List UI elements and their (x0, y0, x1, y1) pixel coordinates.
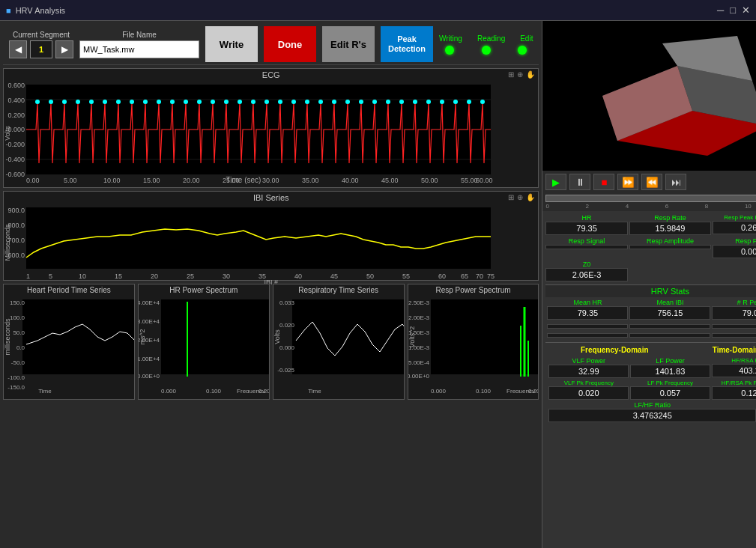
svg-text:Volts: Volts (273, 329, 281, 344)
svg-text:35.00: 35.00 (302, 177, 319, 184)
svg-text:45.00: 45.00 (381, 177, 399, 184)
ibi-grid-icon[interactable]: ⊞ (508, 193, 514, 201)
svg-text:10: 10 (79, 273, 86, 280)
ibi-hand-icon[interactable]: ✋ (526, 193, 535, 201)
ecg-hand-icon[interactable]: ✋ (526, 70, 535, 79)
svg-point-5 (35, 100, 40, 104)
svg-text:900.0: 900.0 (7, 207, 25, 214)
hp-chart: Heart Period Time Series milliseconds 15… (3, 284, 135, 400)
svg-text:40: 40 (294, 273, 302, 280)
lf-hf-ratio-value: 3.4763245 (548, 409, 756, 422)
svg-text:0.100: 0.100 (206, 388, 222, 393)
svg-point-14 (157, 100, 161, 104)
hr-power-svg: ms^2 4.00E+4 3.00E+4 2.00E+4 1.00E+4 0.0… (139, 296, 269, 393)
left-panel: Current Segment ◀ 1 ▶ File Name Write Do… (0, 21, 542, 548)
rewind-button[interactable]: ⏪ (641, 174, 662, 190)
segment-next-button[interactable]: ▶ (55, 40, 73, 58)
vlf-power-label: VLF Power (548, 357, 629, 365)
svg-text:40.00: 40.00 (342, 177, 359, 184)
toolbar: Current Segment ◀ 1 ▶ File Name Write Do… (3, 24, 539, 65)
edit-status-label: Edit (520, 34, 533, 43)
play-button[interactable]: ▶ (545, 174, 566, 190)
svg-point-32 (399, 100, 404, 104)
svg-text:2.50E-3: 2.50E-3 (408, 299, 430, 306)
svg-text:0.200: 0.200 (528, 388, 539, 393)
app-title: HRV Analysis (16, 6, 65, 15)
ecg-zoom-icon[interactable]: ⊕ (517, 70, 523, 79)
close-button[interactable]: ✕ (742, 4, 750, 16)
segment-control: Current Segment ◀ 1 ▶ (9, 31, 73, 58)
vlf-pk-freq-value: 0.020 (548, 386, 629, 400)
svg-text:5: 5 (49, 273, 52, 280)
hr-stat-value: 79.35 (545, 222, 627, 235)
hrv-extra-2 (629, 324, 710, 329)
segment-label: Current Segment (13, 31, 70, 39)
svg-point-28 (345, 100, 350, 104)
svg-text:3.00E+4: 3.00E+4 (139, 318, 160, 325)
svg-text:5.00E-4: 5.00E-4 (408, 359, 430, 366)
timeline-mid5: 10 (745, 203, 752, 210)
hr-stat-label: HR (545, 214, 627, 222)
minimize-button[interactable]: ─ (717, 4, 724, 16)
peak-detection-button[interactable]: PeakDetection (381, 26, 433, 62)
svg-text:700.0: 700.0 (7, 237, 25, 244)
svg-text:45: 45 (330, 273, 338, 280)
svg-rect-61 (26, 207, 491, 269)
svg-text:0.033: 0.033 (279, 299, 295, 306)
ibi-title: IBI Series (4, 192, 538, 204)
svg-point-22 (264, 100, 269, 104)
edit-r-button[interactable]: Edit R's (322, 26, 375, 62)
timeline-mid2: 4 (626, 203, 629, 210)
segment-prev-button[interactable]: ◀ (9, 40, 27, 58)
lf-power-value: 1401.83 (630, 365, 710, 378)
hrv-extra-1 (547, 324, 628, 329)
svg-text:20: 20 (151, 273, 158, 280)
reading-led (482, 46, 491, 55)
svg-point-8 (76, 100, 80, 104)
hr-power-chart: HR Power Spectrum ms^2 4.00E+4 3.00E+4 2… (138, 284, 270, 400)
hrv-extra-3 (712, 324, 756, 329)
svg-text:1: 1 (26, 273, 30, 280)
resp-power-value: 0.0029 (713, 245, 756, 258)
segment-value: 1 (30, 40, 52, 58)
resp-power-chart: Resp Power Spectrum Volts^2 2.50E-3 2.00… (408, 284, 539, 400)
svg-point-31 (386, 100, 390, 104)
maximize-button[interactable]: □ (730, 4, 736, 16)
svg-text:0.00: 0.00 (26, 177, 40, 184)
fast-forward-button[interactable]: ⏩ (617, 174, 638, 190)
stop-button[interactable]: ■ (593, 174, 614, 190)
svg-point-17 (197, 100, 202, 104)
title-bar: ■ HRV Analysis ─ □ ✕ (0, 0, 756, 21)
svg-point-15 (170, 100, 175, 104)
svg-text:2.00E-3: 2.00E-3 (408, 314, 430, 321)
lf-pk-freq-label: LF Pk Frequency (630, 380, 710, 386)
resp-rate-value: 15.9849 (629, 222, 711, 235)
hp-svg: milliseconds 150.0 100.0 50.0 0.0 -50.0 … (4, 296, 134, 393)
resp-power-title: Resp Power Spectrum (408, 284, 539, 296)
svg-text:150.0: 150.0 (10, 299, 25, 306)
svg-text:0.400: 0.400 (7, 97, 25, 104)
ecg-grid-icon[interactable]: ⊞ (508, 70, 514, 79)
timeline-bar[interactable] (545, 195, 756, 202)
viz-svg (542, 21, 756, 171)
pause-button[interactable]: ⏸ (569, 174, 590, 190)
ibi-svg: Milliseconds 900.0 800.0 700.0 600.0 1 5… (4, 204, 495, 280)
done-button[interactable]: Done (264, 26, 316, 62)
svg-text:4.00E+4: 4.00E+4 (139, 299, 160, 306)
file-input[interactable] (79, 40, 199, 58)
svg-text:-0.400: -0.400 (5, 156, 25, 163)
svg-point-26 (318, 100, 323, 104)
resp-title: Respiratory Time Series (273, 284, 404, 296)
resp-svg: Volts 0.033 0.020 0.000 -0.025 Time (273, 296, 404, 393)
svg-text:30.00: 30.00 (262, 177, 279, 184)
svg-text:-0.200: -0.200 (5, 141, 25, 148)
write-button[interactable]: Write (205, 26, 258, 62)
svg-text:0.000: 0.000 (431, 388, 447, 393)
svg-text:100.0: 100.0 (10, 314, 25, 321)
svg-text:Time (sec): Time (sec) (226, 176, 261, 184)
ibi-zoom-icon[interactable]: ⊕ (517, 193, 523, 201)
end-button[interactable]: ⏭ (665, 174, 686, 190)
svg-text:0.200: 0.200 (258, 388, 269, 393)
resp-signal-label: Resp Signal (545, 237, 627, 245)
svg-point-19 (224, 100, 229, 104)
